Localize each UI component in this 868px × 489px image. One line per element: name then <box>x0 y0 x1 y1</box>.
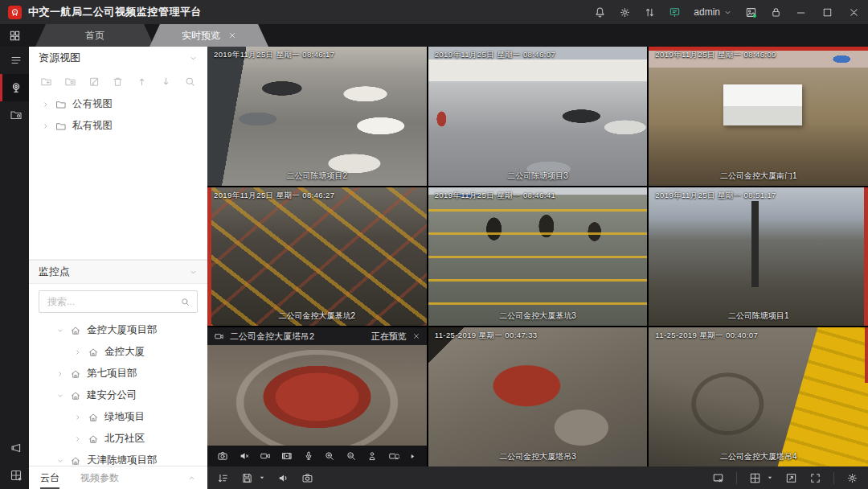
cctv-icon[interactable] <box>0 74 29 101</box>
page-title: 中交一航局二公司视频监控管理平台 <box>28 5 202 19</box>
osd-timestamp: 2019年11月25日 星期一 08:51:17 <box>655 191 776 201</box>
tab-bar: 首页 实时预览 <box>0 24 868 47</box>
swap-vertical-icon[interactable] <box>644 6 656 18</box>
ptz-locate-icon[interactable] <box>366 450 378 462</box>
view-config-icon[interactable] <box>0 101 29 129</box>
menu-icon[interactable] <box>0 47 29 74</box>
tab-video-params[interactable]: 视频参数 <box>80 466 119 489</box>
tree-item-public-views[interactable]: 公有视图 <box>29 93 207 115</box>
wall-add-icon[interactable] <box>0 462 29 489</box>
snapshot-icon[interactable] <box>301 472 313 484</box>
monitor-chat-icon[interactable] <box>669 6 681 18</box>
settings-icon[interactable] <box>619 6 631 18</box>
audio-icon[interactable] <box>277 472 289 484</box>
lock-icon[interactable] <box>770 6 782 18</box>
video-cell-2[interactable]: 2019年11月25日 星期一 08:46:07 二公司陈塘项目3 <box>428 47 648 186</box>
osd-caption: 二公司陈塘项目3 <box>507 171 568 182</box>
chevron-right-icon[interactable] <box>74 435 82 443</box>
preview-status: 正在预览 <box>371 331 407 343</box>
osd-timestamp: 2019年11月25日 星期一 08:46:09 <box>655 50 776 60</box>
chevron-down-icon <box>189 54 198 63</box>
active-cell-title: 二公司金控大厦塔吊2 <box>230 331 314 343</box>
broadcast-icon[interactable] <box>0 434 29 462</box>
chevron-down-icon[interactable] <box>56 457 64 465</box>
add-folder-icon[interactable] <box>40 76 52 88</box>
search-icon[interactable] <box>184 76 196 88</box>
tab-home[interactable]: 首页 <box>35 24 154 47</box>
snapshot-icon[interactable] <box>217 450 228 462</box>
video-cell-1[interactable]: 2019年11月25日 星期一 08:46:17 二公司陈塘项目2 <box>207 47 427 186</box>
folder-icon <box>55 121 67 132</box>
close-icon[interactable] <box>848 6 860 18</box>
video-cell-5[interactable]: 2019年11月25日 星期一 08:46:41 二公司金控大厦基坑3 <box>428 187 648 327</box>
tree-item-site[interactable]: 金控大厦 <box>29 341 207 363</box>
mic-icon[interactable] <box>303 450 314 462</box>
settings-icon[interactable] <box>846 472 858 484</box>
video-cell-7-active[interactable]: 二公司金控大厦塔吊2 正在预览 3D <box>207 327 427 466</box>
tree-item-site[interactable]: 天津陈塘项目部 <box>29 450 207 466</box>
video-cell-6[interactable]: 2019年11月25日 星期一 08:51:17 二公司陈塘项目1 <box>649 187 868 327</box>
sort-list-icon[interactable] <box>217 472 229 484</box>
add-view-icon[interactable] <box>64 76 76 88</box>
delete-icon[interactable] <box>112 76 124 88</box>
fullscreen-icon[interactable] <box>809 472 821 484</box>
chevron-right-icon[interactable] <box>42 101 50 109</box>
more-icon[interactable] <box>409 453 416 460</box>
chevron-right-icon[interactable] <box>42 122 50 130</box>
record-icon[interactable] <box>260 450 271 462</box>
chevron-right-icon[interactable] <box>74 348 82 356</box>
tree-item-site[interactable]: 绿地项目 <box>29 406 207 428</box>
move-down-icon[interactable] <box>160 76 172 88</box>
layout-grid-icon[interactable] <box>749 472 761 484</box>
tab-live-preview[interactable]: 实时预览 <box>149 24 268 47</box>
avatar-icon[interactable] <box>745 6 757 18</box>
resource-view-title: 资源视图 <box>39 51 80 65</box>
video-cell-4[interactable]: 2019年11月25日 星期一 08:46:27 二公司金控大厦基坑2 <box>207 187 427 327</box>
search-icon[interactable] <box>180 297 190 307</box>
home-icon <box>70 325 81 336</box>
video-cell-3[interactable]: 2019年11月25日 星期一 08:46:09 二公司金控大厦南门1 <box>649 47 868 186</box>
camera-preset-icon[interactable] <box>388 450 399 462</box>
search-input[interactable] <box>46 295 180 308</box>
zoom-3d-icon[interactable]: 3D <box>346 450 357 462</box>
user-menu[interactable]: admin <box>694 6 732 18</box>
close-tab-icon[interactable] <box>228 31 236 39</box>
active-cell-header: 二公司金控大厦塔吊2 正在预览 <box>207 327 427 345</box>
video-cell-8[interactable]: 11-25-2019 星期一 00:47:33 二公司金控大厦塔吊3 <box>428 327 648 466</box>
monitor-points-header[interactable]: 监控点 <box>29 260 207 284</box>
bell-icon[interactable] <box>594 6 606 18</box>
expand-icon[interactable] <box>785 472 797 484</box>
edit-icon[interactable] <box>88 76 100 88</box>
playback-icon[interactable] <box>281 450 293 462</box>
chevron-down-icon[interactable] <box>56 327 64 335</box>
mute-icon[interactable] <box>239 450 250 462</box>
tree-item-site[interactable]: 金控大厦项目部 <box>29 319 207 341</box>
chevron-right-icon[interactable] <box>56 370 64 378</box>
active-cell-toolbar: 3D <box>207 446 427 466</box>
chevron-down-icon[interactable] <box>56 392 64 400</box>
close-all-icon[interactable] <box>712 472 724 484</box>
tree-item-site[interactable]: 第七项目部 <box>29 363 207 384</box>
home-icon <box>88 412 99 423</box>
tree-item-private-views[interactable]: 私有视图 <box>29 115 207 137</box>
osd-timestamp: 2019年11月25日 星期一 08:46:27 <box>214 191 334 201</box>
tree-item-site[interactable]: 建安分公司 <box>29 384 207 406</box>
save-icon[interactable] <box>241 472 253 484</box>
tab-ptz[interactable]: 云台 <box>40 466 59 489</box>
svg-text:3D: 3D <box>348 454 352 458</box>
video-cell-9[interactable]: 11-25-2019 星期一 00:40:07 二公司金控大厦塔吊4 <box>649 327 868 466</box>
grid-apps-icon[interactable] <box>0 24 29 47</box>
chevron-up-icon[interactable] <box>187 474 196 483</box>
move-up-icon[interactable] <box>136 76 148 88</box>
app-logo-icon <box>8 6 22 19</box>
resource-view-header[interactable]: 资源视图 <box>29 47 207 69</box>
zoom-in-icon[interactable] <box>324 450 335 462</box>
close-icon[interactable] <box>412 332 420 340</box>
minimize-icon[interactable] <box>795 6 807 18</box>
chevron-right-icon[interactable] <box>74 413 82 421</box>
home-icon <box>70 455 81 466</box>
tree-item-site[interactable]: 北万社区 <box>29 428 207 450</box>
osd-timestamp: 11-25-2019 星期一 00:40:07 <box>655 331 758 341</box>
search-box <box>39 290 198 313</box>
maximize-icon[interactable] <box>821 6 833 18</box>
